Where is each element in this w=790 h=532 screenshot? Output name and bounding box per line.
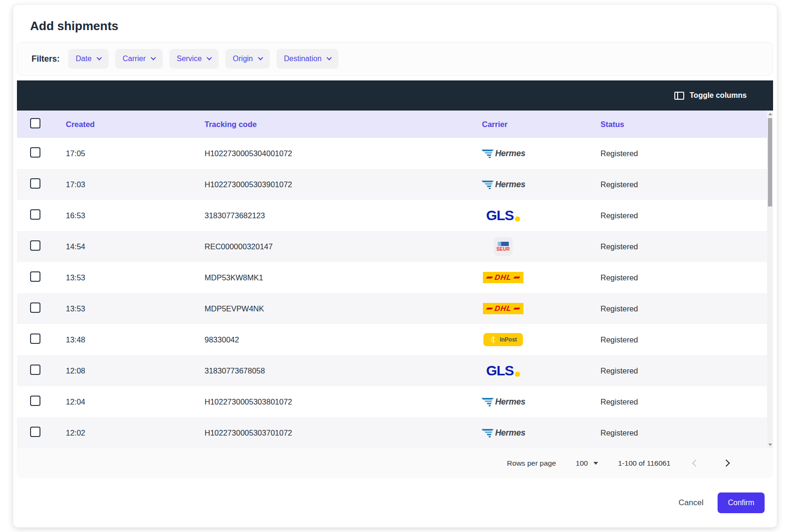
carrier-cell: GLS (469, 208, 587, 222)
table-row[interactable]: 16:53 31830773682123 GLS Registered (17, 200, 773, 231)
toggle-columns-button[interactable]: Toggle columns (674, 91, 747, 100)
tracking-code-cell: MDP5EVPW4NK (191, 304, 469, 313)
table-row[interactable]: 12:04 H1022730005303801072 Hermes Regist… (17, 386, 773, 417)
row-checkbox[interactable] (30, 240, 40, 251)
status-cell: Registered (587, 242, 773, 251)
shipments-table: Created Tracking code Carrier Status 17:… (17, 111, 773, 448)
scrollbar-thumb[interactable] (768, 118, 772, 206)
status-cell: Registered (587, 273, 773, 282)
chevron-down-icon (206, 55, 212, 60)
next-page-button[interactable] (721, 457, 732, 470)
chevron-left-icon (692, 459, 700, 467)
filter-chip-carrier[interactable]: Carrier (115, 49, 163, 69)
dialog-footer: Cancel Confirm (13, 492, 777, 513)
carrier-cell: SEUR (469, 237, 587, 256)
row-checkbox[interactable] (30, 302, 40, 313)
row-checkbox[interactable] (30, 396, 40, 406)
hermes-logo: Hermes (482, 397, 524, 407)
filter-chip-label: Service (177, 55, 202, 63)
table-row[interactable]: 13:53 MDP53KW8MK1 DHL Registered (17, 262, 773, 293)
rows-per-page-value: 100 (576, 459, 588, 468)
row-checkbox[interactable] (30, 365, 40, 375)
tracking-code-cell: 98330042 (191, 335, 469, 344)
columns-icon (674, 92, 684, 100)
hermes-logo: Hermes (482, 428, 524, 438)
table-row[interactable]: 12:02 H1022730005303701072 Hermes Regist… (17, 417, 773, 448)
created-cell: 17:05 (53, 149, 191, 158)
dhl-logo: DHL (482, 303, 524, 314)
filter-chip-label: Date (76, 55, 92, 63)
chevron-down-icon (258, 55, 263, 60)
created-cell: 12:02 (53, 429, 191, 437)
gls-logo: GLS (482, 364, 524, 378)
status-cell: Registered (587, 366, 773, 375)
table-row[interactable]: 13:53 MDP5EVPW4NK DHL Registered (17, 293, 773, 324)
carrier-cell: Hermes (469, 148, 587, 159)
hermes-logo: Hermes (482, 179, 524, 190)
tracking-code-cell: 31830773682123 (191, 211, 469, 220)
carrier-cell: DHL (469, 272, 587, 283)
rows-per-page-label: Rows per page (507, 459, 556, 468)
confirm-button[interactable]: Confirm (718, 492, 765, 513)
filter-chip-service[interactable]: Service (169, 49, 219, 69)
row-checkbox[interactable] (30, 209, 40, 220)
created-cell: 12:08 (53, 366, 191, 375)
scrollbar-down-arrow-icon[interactable] (768, 444, 772, 446)
tracking-code-cell: MDP53KW8MK1 (191, 273, 469, 282)
status-cell: Registered (587, 397, 773, 406)
created-cell: 13:53 (53, 273, 191, 282)
row-checkbox[interactable] (30, 427, 40, 437)
table-header-row: Created Tracking code Carrier Status (17, 111, 773, 138)
table-body: 17:05 H1022730005304001072 Hermes Regist… (17, 138, 773, 448)
column-header-status[interactable]: Status (587, 120, 773, 129)
gls-logo: GLS (482, 208, 524, 222)
filter-chip-label: Destination (284, 55, 322, 63)
cancel-button[interactable]: Cancel (679, 498, 703, 508)
previous-page-button (690, 457, 701, 470)
row-checkbox[interactable] (30, 178, 40, 189)
table-row[interactable]: 14:54 REC000000320147 SEUR Registered (17, 231, 773, 262)
row-checkbox[interactable] (30, 333, 40, 344)
dropdown-arrow-icon (593, 462, 598, 465)
column-header-tracking-code[interactable]: Tracking code (191, 120, 469, 129)
filters-label: Filters: (32, 54, 60, 64)
table-row[interactable]: 17:05 H1022730005304001072 Hermes Regist… (17, 138, 773, 169)
table-toolbar: Toggle columns (17, 80, 773, 111)
status-cell: Registered (587, 335, 773, 344)
status-cell: Registered (587, 149, 773, 158)
tracking-code-cell: H1022730005303901072 (191, 180, 469, 189)
inpost-logo: InPost (482, 333, 524, 346)
tracking-code-cell: H1022730005304001072 (191, 149, 469, 158)
seur-logo: SEUR (482, 237, 524, 256)
select-all-checkbox[interactable] (30, 118, 40, 128)
row-checkbox[interactable] (30, 147, 40, 158)
status-cell: Registered (587, 304, 773, 313)
page-title: Add shipments (13, 5, 777, 42)
carrier-cell: Hermes (469, 179, 587, 190)
created-cell: 16:53 (53, 211, 191, 220)
created-cell: 17:03 (53, 180, 191, 189)
chevron-down-icon (150, 55, 156, 60)
chevron-down-icon (96, 55, 102, 60)
row-checkbox[interactable] (30, 271, 40, 282)
hermes-logo: Hermes (482, 148, 524, 159)
carrier-cell: Hermes (469, 397, 587, 407)
created-cell: 14:54 (53, 242, 191, 251)
pagination-bar: Rows per page 100 1-100 of 116061 (17, 448, 773, 478)
column-header-carrier[interactable]: Carrier (469, 120, 587, 129)
scrollbar-up-arrow-icon[interactable] (768, 113, 772, 115)
table-row[interactable]: 17:03 H1022730005303901072 Hermes Regist… (17, 169, 773, 200)
filter-chip-destination[interactable]: Destination (276, 49, 339, 69)
vertical-scrollbar[interactable] (767, 111, 773, 448)
toggle-columns-label: Toggle columns (690, 91, 747, 100)
tracking-code-cell: REC000000320147 (191, 242, 469, 251)
carrier-cell: InPost (469, 333, 587, 346)
table-row[interactable]: 12:08 31830773678058 GLS Registered (17, 355, 773, 386)
tracking-code-cell: H1022730005303801072 (191, 397, 469, 406)
filter-chip-origin[interactable]: Origin (225, 49, 270, 69)
filters-bar: Filters: Date Carrier Service Origin Des… (17, 42, 773, 76)
filter-chip-date[interactable]: Date (68, 49, 109, 69)
table-row[interactable]: 13:48 98330042 InPost Registered (17, 324, 773, 355)
rows-per-page-select[interactable]: 100 (576, 459, 598, 468)
column-header-created[interactable]: Created (53, 120, 191, 129)
